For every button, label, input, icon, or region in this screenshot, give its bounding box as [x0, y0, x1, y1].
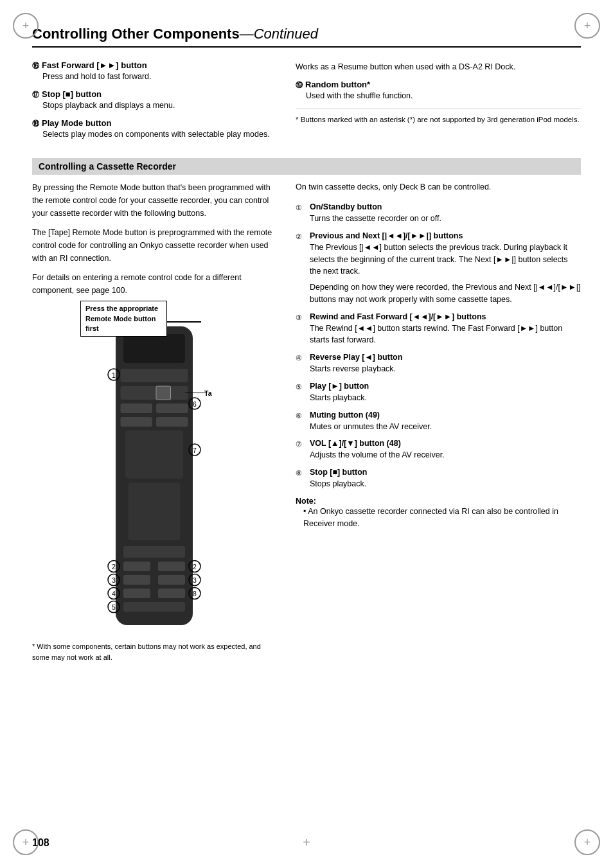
cassette-footnote: * With some components, certain buttons …	[32, 641, 276, 662]
item-18: ⑱ Play Mode button Selects play modes on…	[32, 118, 276, 141]
cassette-r-item-7: ⑦ VOL [▲]/[▼] button (48) Adjusts the vo…	[296, 439, 581, 461]
corner-decoration-tr	[574, 13, 600, 39]
cassette-r-item-1-content: On/Standby button Turns the cassette rec…	[310, 202, 441, 225]
item-17-title: Stop [■] button	[42, 89, 102, 99]
cassette-left-col: By pressing the Remote Mode button that'…	[32, 181, 276, 662]
cassette-r-item-1: ① On/Standby button Turns the cassette r…	[296, 202, 581, 225]
twin-note: On twin cassette decks, only Deck B can …	[296, 181, 581, 193]
svg-text:1: 1	[112, 371, 116, 379]
svg-text:5: 5	[112, 603, 116, 611]
svg-rect-5	[156, 403, 188, 413]
cassette-two-col: By pressing the Remote Mode button that'…	[32, 181, 581, 662]
remote-container: Press the appropriate Remote Mode button…	[32, 307, 276, 635]
cassette-r-item-2: ② Previous and Next [|◄◄]/[►►|] buttons …	[296, 231, 581, 306]
cassette-r-item-7-title: VOL [▲]/[▼] button (48)	[310, 439, 445, 448]
item-19-num: ⑲	[296, 80, 303, 90]
cassette-r-item-5-num: ⑤	[296, 382, 306, 404]
item-18-title: Play Mode button	[42, 118, 111, 128]
svg-rect-15	[158, 575, 185, 585]
item-16-header: ⑯ Fast Forward [►►] button	[32, 60, 276, 71]
cassette-r-item-2-content: Previous and Next [|◄◄]/[►►|] buttons Th…	[310, 231, 581, 306]
page-number: 108	[32, 837, 49, 849]
item-18-header: ⑱ Play Mode button	[32, 118, 276, 128]
cassette-section: Controlling a Cassette Recorder By press…	[32, 158, 581, 662]
cassette-r-item-1-body: Turns the cassette recorder on or off.	[310, 213, 441, 225]
note-section: Note: • An Onkyo cassette recorder conne…	[296, 497, 581, 530]
cassette-r-item-2-extra: Depending on how they were recorded, the…	[310, 281, 581, 306]
top-right-resume: Works as a Resume button when used with …	[296, 60, 581, 73]
cassette-r-item-8: ⑧ Stop [■] button Stops playback.	[296, 468, 581, 490]
cassette-r-item-3-num: ③	[296, 312, 306, 347]
cassette-r-item-8-body: Stops playback.	[310, 478, 367, 490]
cassette-r-item-7-num: ⑦	[296, 439, 306, 461]
item-16-num: ⑯	[32, 61, 39, 71]
corner-decoration-br	[574, 829, 600, 855]
svg-rect-2	[121, 369, 188, 382]
item-17-num: ⑰	[32, 90, 39, 100]
cassette-r-item-4-title: Reverse Play [◄] button	[310, 353, 402, 362]
svg-rect-18	[123, 602, 185, 612]
item-19-body: Used with the shuffle function.	[296, 90, 581, 102]
cassette-r-item-6-content: Muting button (49) Mutes or unmutes the …	[310, 411, 432, 433]
svg-rect-6	[121, 417, 153, 427]
item-16-body: Press and hold to fast forward.	[32, 71, 276, 83]
cassette-r-item-4-num: ④	[296, 353, 306, 375]
item-19: ⑲ Random button* Used with the shuffle f…	[296, 80, 581, 102]
cassette-r-item-6-title: Muting button (49)	[310, 411, 432, 420]
cassette-right-col: On twin cassette decks, only Deck B can …	[296, 181, 581, 662]
cassette-r-item-2-title: Previous and Next [|◄◄]/[►►|] buttons	[310, 231, 581, 240]
cassette-r-item-8-num: ⑧	[296, 468, 306, 490]
cassette-r-item-4: ④ Reverse Play [◄] button Starts reverse…	[296, 353, 581, 375]
svg-rect-13	[158, 562, 185, 571]
svg-rect-17	[158, 589, 185, 598]
cassette-r-item-2-num: ②	[296, 231, 306, 306]
asterisk-note: * Buttons marked with an asterisk (*) ar…	[296, 109, 581, 125]
svg-text:6: 6	[193, 400, 197, 408]
cassette-r-item-1-num: ①	[296, 202, 306, 225]
cassette-r-item-2-body: The Previous [|◄◄] button selects the pr…	[310, 242, 581, 278]
cassette-r-item-8-title: Stop [■] button	[310, 468, 367, 477]
svg-rect-14	[123, 575, 150, 585]
callout-text: Press the appropriate Remote Mode button…	[85, 305, 158, 332]
cassette-r-item-5: ⑤ Play [►] button Starts playback.	[296, 382, 581, 404]
top-section: ⑯ Fast Forward [►►] button Press and hol…	[32, 60, 581, 146]
top-right-col: Works as a Resume button when used with …	[296, 60, 581, 146]
page: Controlling Other Components—Continued ⑯…	[0, 0, 613, 868]
cassette-r-item-8-content: Stop [■] button Stops playback.	[310, 468, 367, 490]
cassette-r-item-6-body: Mutes or unmutes the AV receiver.	[310, 421, 432, 433]
item-18-num: ⑱	[32, 119, 39, 128]
cassette-r-item-3: ③ Rewind and Fast Forward [◄◄]/[►►] butt…	[296, 312, 581, 347]
page-title-main: Controlling Other Components	[32, 26, 240, 42]
item-18-body: Selects play modes on components with se…	[32, 128, 276, 141]
callout-box: Press the appropriate Remote Mode button…	[80, 301, 167, 337]
footnote-text: * With some components, certain buttons …	[32, 642, 261, 661]
svg-text:7: 7	[193, 447, 197, 454]
callout-line	[166, 321, 201, 323]
cassette-r-item-3-content: Rewind and Fast Forward [◄◄]/[►►] button…	[310, 312, 581, 347]
svg-text:8: 8	[193, 590, 197, 598]
note-body: • An Onkyo cassette recorder connected v…	[296, 506, 581, 530]
svg-rect-1	[123, 334, 185, 363]
cassette-r-item-5-title: Play [►] button	[310, 382, 369, 391]
cassette-r-item-3-body: The Rewind [◄◄] button starts rewind. Th…	[310, 323, 581, 347]
page-title-suffix: —Continued	[240, 26, 318, 42]
center-mark: +	[300, 836, 313, 849]
svg-text:3: 3	[112, 576, 116, 584]
svg-rect-8	[156, 386, 171, 400]
svg-rect-7	[156, 417, 188, 427]
cassette-intro-1: By pressing the Remote Mode button that'…	[32, 181, 276, 220]
cassette-r-item-7-body: Adjusts the volume of the AV receiver.	[310, 449, 445, 461]
svg-rect-9	[125, 430, 183, 479]
top-left-col: ⑯ Fast Forward [►►] button Press and hol…	[32, 60, 276, 146]
corner-decoration-tl	[13, 13, 39, 39]
svg-text:2: 2	[193, 563, 197, 571]
svg-rect-12	[123, 562, 150, 571]
cassette-r-item-4-body: Starts reverse playback.	[310, 363, 402, 375]
note-title: Note:	[296, 497, 581, 506]
cassette-r-item-6: ⑥ Muting button (49) Mutes or unmutes th…	[296, 411, 581, 433]
item-17-body: Stops playback and displays a menu.	[32, 100, 276, 112]
cassette-r-item-1-title: On/Standby button	[310, 202, 441, 211]
svg-rect-16	[123, 589, 150, 598]
svg-rect-10	[129, 483, 181, 540]
remote-wrapper: Press the appropriate Remote Mode button…	[90, 307, 218, 635]
